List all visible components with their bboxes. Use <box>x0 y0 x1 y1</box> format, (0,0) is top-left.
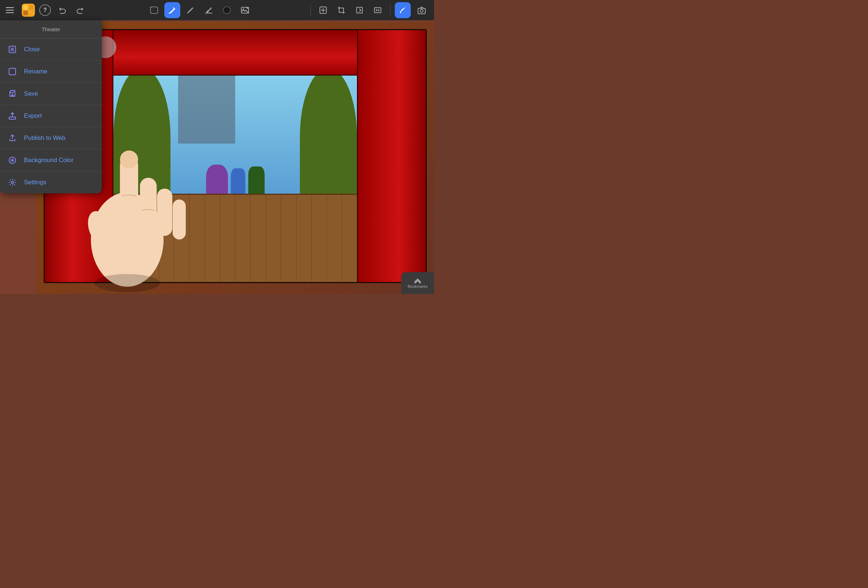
transform-button[interactable] <box>351 2 368 18</box>
toolbar-right <box>395 2 430 18</box>
dragon-character <box>206 165 228 194</box>
bookmarks-chevron-icon <box>413 278 422 283</box>
background-color-menu-item[interactable]: Background Color <box>0 149 102 171</box>
settings-icon <box>7 177 18 187</box>
app-icon-cell <box>29 5 34 10</box>
publish-label: Publish to Web <box>24 134 65 142</box>
bookmarks-panel[interactable]: Bookmarks <box>401 272 434 294</box>
hero-character <box>231 168 245 194</box>
toolbar-center <box>93 2 306 18</box>
svg-rect-0 <box>151 7 158 13</box>
brush-settings-button[interactable] <box>395 2 411 18</box>
help-button[interactable]: ? <box>39 4 51 16</box>
rename-menu-item[interactable]: Rename <box>0 61 102 83</box>
dropdown-title: Theater <box>41 26 61 32</box>
background-color-label: Background Color <box>24 157 74 164</box>
toolbar-left: ? <box>4 4 87 17</box>
export-label: Export <box>24 112 42 119</box>
svg-line-1 <box>169 13 170 13</box>
publish-menu-item[interactable]: Publish to Web <box>0 127 102 149</box>
color-button[interactable] <box>219 2 235 18</box>
export-menu-item[interactable]: Export <box>0 105 102 127</box>
stage-floor <box>114 194 357 282</box>
marker-tool-button[interactable] <box>183 2 198 18</box>
curtain-right <box>357 30 426 282</box>
svg-rect-9 <box>357 7 362 13</box>
svg-point-24 <box>11 181 13 184</box>
svg-point-3 <box>223 7 230 14</box>
svg-rect-17 <box>9 68 16 75</box>
publish-icon <box>7 133 18 143</box>
rename-icon <box>7 66 18 77</box>
undo-button[interactable] <box>55 5 69 16</box>
characters <box>140 93 331 194</box>
settings-menu-item[interactable]: Settings <box>0 171 102 193</box>
close-icon <box>7 44 18 55</box>
dropdown-menu: Theater Close Rename Sa <box>0 21 102 193</box>
hamburger-line-2 <box>6 10 14 10</box>
app-icon-cell <box>23 10 28 15</box>
close-menu-item[interactable]: Close <box>0 38 102 61</box>
toolbar-divider-2 <box>390 5 390 16</box>
toolbar-divider <box>310 5 311 16</box>
menu-button[interactable] <box>4 4 18 17</box>
settings-label: Settings <box>24 179 46 186</box>
app-icon-cell <box>29 10 34 15</box>
selection-tool-button[interactable] <box>146 2 162 18</box>
add-layer-button[interactable] <box>315 2 331 18</box>
warrior-character <box>248 167 264 194</box>
hamburger-line-3 <box>6 12 14 13</box>
camera-button[interactable] <box>414 2 430 18</box>
bookmarks-label: Bookmarks <box>407 284 427 289</box>
save-icon <box>7 89 18 99</box>
adjust-button[interactable] <box>370 2 386 18</box>
background-color-icon <box>7 155 18 165</box>
pen-tool-button[interactable] <box>164 2 180 18</box>
close-label: Close <box>24 46 40 53</box>
redo-button[interactable] <box>74 5 87 16</box>
dropdown-header: Theater <box>0 21 102 38</box>
image-insert-button[interactable] <box>237 2 253 18</box>
crop-button[interactable] <box>333 2 349 18</box>
save-label: Save <box>24 90 38 97</box>
svg-rect-19 <box>9 117 16 119</box>
rename-label: Rename <box>24 68 47 75</box>
export-icon <box>7 111 18 121</box>
app-icon <box>22 4 35 17</box>
hamburger-line-1 <box>6 7 14 8</box>
svg-point-13 <box>420 9 423 12</box>
svg-point-23 <box>12 159 13 161</box>
fill-tool-button[interactable] <box>201 2 217 18</box>
svg-point-11 <box>400 12 401 13</box>
toolbar: ? <box>0 0 434 21</box>
app-icon-cell <box>23 5 28 10</box>
save-menu-item[interactable]: Save <box>0 83 102 105</box>
